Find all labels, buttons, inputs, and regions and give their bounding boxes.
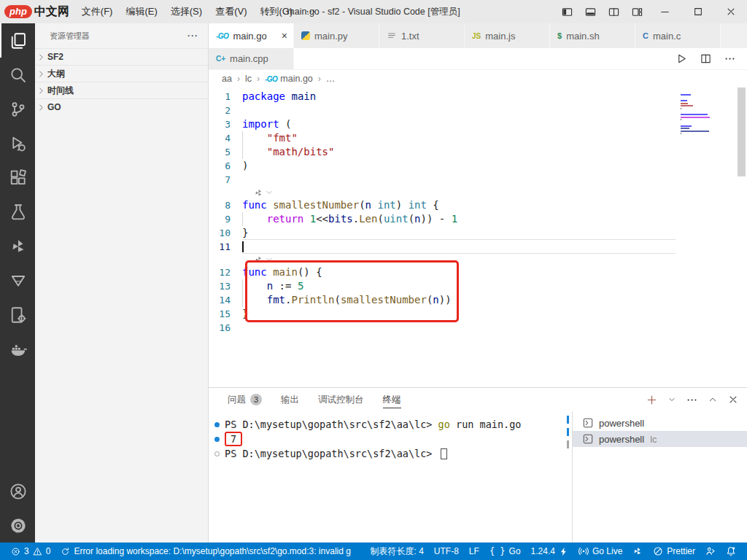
activity-item-explorer[interactable] bbox=[0, 23, 35, 58]
code-token bbox=[242, 294, 267, 306]
breadcrumb-label: … bbox=[326, 74, 336, 84]
ai-codelens-icon[interactable] bbox=[254, 188, 263, 198]
sidebar-section-label: GO bbox=[47, 102, 61, 112]
code-line-12: 12func main() { bbox=[209, 265, 747, 279]
status-prettier[interactable]: Prettier bbox=[648, 542, 700, 560]
sidebar-section-时间线[interactable]: 时间线 bbox=[35, 82, 208, 98]
panel-tab-调试控制台[interactable]: 调试控制台 bbox=[318, 388, 364, 411]
tab-label: main.sh bbox=[566, 31, 600, 42]
breadcrumb-item-aa[interactable]: aa bbox=[222, 74, 232, 84]
status-go-live[interactable]: Go Live bbox=[573, 542, 627, 560]
panel-close-icon[interactable] bbox=[728, 394, 738, 405]
minimap-line bbox=[681, 119, 681, 120]
menu-item[interactable]: 选择(S) bbox=[164, 0, 209, 23]
chevron-down-icon[interactable] bbox=[266, 256, 273, 263]
status-notifications[interactable] bbox=[721, 542, 741, 560]
tab-label: main.cpp bbox=[230, 53, 268, 64]
activity-item-search[interactable] bbox=[0, 58, 35, 92]
code-line-text: fmt.Println(smallestNumber(n)) bbox=[242, 293, 747, 307]
panel-tab-问题[interactable]: 问题3 bbox=[228, 388, 262, 411]
sidebar-section-go[interactable]: GO bbox=[35, 98, 208, 115]
breadcrumb-item-[interactable]: … bbox=[326, 74, 336, 84]
activity-item-source-control[interactable] bbox=[0, 92, 35, 126]
maximize-button[interactable] bbox=[681, 0, 714, 23]
chevron-right-icon bbox=[37, 104, 45, 112]
tab-close-icon[interactable]: × bbox=[282, 30, 287, 42]
editor-more-icon[interactable] bbox=[724, 53, 735, 64]
breadcrumb-label: aa bbox=[222, 74, 232, 84]
status-ai-extension[interactable] bbox=[627, 542, 648, 560]
customize-layout-icon[interactable] bbox=[625, 0, 649, 23]
panel-tab-终端[interactable]: 终端 bbox=[383, 388, 401, 411]
code-token: 5 bbox=[298, 280, 303, 292]
workspace-error-status[interactable]: Error loading workspace: D:\mysetup\gopa… bbox=[55, 542, 356, 560]
terminal-list-item[interactable]: powershelllc bbox=[573, 431, 747, 447]
tab-main-js[interactable]: JSmain.js bbox=[465, 23, 550, 48]
tab-main-c[interactable]: Cmain.c bbox=[635, 23, 721, 48]
panel-maximize-icon[interactable] bbox=[708, 395, 717, 404]
toggle-sidebar-icon[interactable] bbox=[555, 0, 578, 23]
split-editor-layout-icon[interactable] bbox=[602, 0, 625, 23]
sidebar-section-sf2[interactable]: SF2 bbox=[35, 48, 208, 65]
status-language-mode[interactable]: { }Go bbox=[484, 542, 526, 560]
problems-status[interactable]: 3 0 bbox=[6, 542, 55, 560]
sidebar-section-大纲[interactable]: 大纲 bbox=[35, 65, 208, 82]
menu-item[interactable]: 查看(V) bbox=[209, 0, 253, 23]
tab-main-cpp[interactable]: C+main.cpp bbox=[209, 48, 294, 69]
new-terminal-icon[interactable] bbox=[646, 394, 657, 405]
sidebar-more-icon[interactable]: ⋯ bbox=[187, 29, 198, 42]
tab-main-sh[interactable]: $main.sh bbox=[550, 23, 635, 48]
code-line-text: ) bbox=[242, 159, 747, 173]
status-go-version[interactable]: 1.24.4 bbox=[526, 542, 573, 560]
panel-tab-输出[interactable]: 输出 bbox=[281, 388, 299, 411]
code-token: ) bbox=[396, 199, 409, 211]
line-number: 4 bbox=[209, 131, 242, 145]
panel-more-icon[interactable] bbox=[686, 394, 697, 405]
terminal-output[interactable]: PS D:\mysetup\gopath\src\sf2\aa\lc> go r… bbox=[209, 411, 563, 542]
toggle-panel-icon[interactable] bbox=[578, 0, 602, 23]
code-token: uint bbox=[384, 213, 409, 225]
close-button[interactable] bbox=[714, 0, 747, 23]
slash-icon bbox=[653, 546, 663, 556]
code-line-text: func main() { bbox=[242, 265, 747, 279]
status-label: UTF-8 bbox=[434, 546, 459, 556]
editor-scrollbar[interactable] bbox=[738, 88, 746, 176]
activity-item-docker[interactable] bbox=[0, 332, 35, 366]
run-file-icon[interactable] bbox=[676, 53, 687, 64]
tab-main-go[interactable]: -GOmain.go× bbox=[209, 23, 294, 48]
activity-item-run-debug[interactable] bbox=[0, 126, 35, 160]
code-line-7: 7 bbox=[209, 173, 747, 187]
activity-item-extensions[interactable] bbox=[0, 160, 35, 195]
tab-1-txt[interactable]: 1.txt bbox=[379, 23, 465, 48]
menu-item[interactable]: 编辑(E) bbox=[119, 0, 163, 23]
code-editor[interactable]: 1package main23import (4 "fmt"5 "math/bi… bbox=[209, 88, 747, 387]
status-eol[interactable]: LF bbox=[464, 542, 484, 560]
activity-item-ai-swirl[interactable] bbox=[0, 229, 35, 263]
code-token: smallestNumber bbox=[273, 199, 359, 211]
status-encoding[interactable]: UTF-8 bbox=[429, 542, 464, 560]
activity-item-triangle-tool[interactable] bbox=[0, 263, 35, 298]
breadcrumb-item-maingo[interactable]: -GOmain.go bbox=[265, 74, 313, 84]
terminal-name: powershell bbox=[599, 434, 644, 445]
code-token: ( bbox=[359, 199, 365, 211]
minimize-button[interactable] bbox=[649, 0, 681, 23]
menu-item[interactable]: 文件(F) bbox=[75, 0, 120, 23]
breadcrumb-item-lc[interactable]: lc bbox=[245, 74, 252, 84]
chevron-down-icon[interactable] bbox=[266, 189, 273, 196]
status-tab-size[interactable]: 制表符长度: 4 bbox=[365, 542, 429, 560]
menu-item[interactable]: 转到(G) bbox=[253, 0, 299, 23]
ai-codelens-icon[interactable] bbox=[254, 255, 263, 265]
activity-item-file-settings[interactable] bbox=[0, 298, 35, 332]
terminal-list-item[interactable]: powershell bbox=[573, 415, 747, 431]
activity-item-testing[interactable] bbox=[0, 195, 35, 229]
split-editor-icon[interactable] bbox=[700, 53, 711, 64]
activity-item-accounts[interactable] bbox=[0, 474, 35, 508]
terminal-dropdown-icon[interactable] bbox=[668, 396, 676, 403]
menu-item[interactable]: ⋯ bbox=[299, 0, 322, 23]
bottom-panel: 问题3输出调试控制台终端 PS D:\mysetup\gopath\src\sf… bbox=[209, 387, 747, 542]
activity-item-settings[interactable] bbox=[0, 508, 35, 542]
tab-main-py[interactable]: main.py bbox=[294, 23, 379, 48]
minimap[interactable] bbox=[677, 90, 735, 140]
status-feedback[interactable] bbox=[700, 542, 721, 560]
minimap-line bbox=[681, 105, 693, 106]
